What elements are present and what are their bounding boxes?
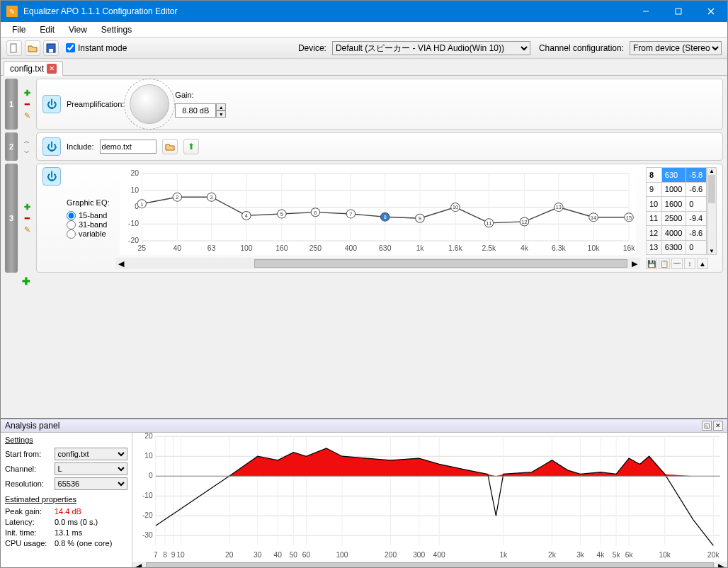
svg-text:100: 100: [336, 551, 348, 559]
power-button[interactable]: ⏻: [42, 167, 61, 186]
include-file-input[interactable]: [100, 140, 157, 154]
expand-up-icon[interactable]: ︿: [22, 136, 32, 146]
arrow-up-button[interactable]: ⬆: [183, 139, 199, 154]
resolution-select[interactable]: 65536: [55, 477, 127, 490]
svg-text:16k: 16k: [622, 244, 635, 252]
maximize-button[interactable]: [662, 1, 695, 22]
power-button[interactable]: ⏻: [42, 95, 61, 113]
svg-text:11: 11: [486, 221, 491, 227]
svg-text:7: 7: [154, 551, 158, 559]
menu-edit[interactable]: Edit: [33, 23, 62, 36]
undock-icon[interactable]: ◱: [702, 421, 712, 431]
device-select[interactable]: Default (スピーカー - VIA HD Audio(Win 10)): [332, 41, 530, 55]
svg-text:5: 5: [280, 212, 283, 217]
band-15-radio[interactable]: 15-band: [67, 211, 110, 220]
table-row[interactable]: 91000-6.6: [647, 182, 707, 197]
eq-copy-icon[interactable]: 📋: [659, 258, 670, 269]
svg-text:6.3k: 6.3k: [552, 244, 567, 252]
band-31-radio[interactable]: 31-band: [67, 220, 110, 229]
tab-config[interactable]: config.txt ✕: [4, 61, 63, 76]
svg-text:9: 9: [171, 551, 176, 559]
add-row-icon[interactable]: ✚: [22, 88, 32, 98]
table-scroll-up[interactable]: ▲: [707, 168, 716, 174]
menu-file[interactable]: File: [5, 23, 33, 36]
svg-text:14: 14: [591, 215, 596, 221]
close-button[interactable]: [695, 1, 727, 22]
include-label: Include:: [67, 142, 94, 151]
svg-text:-20: -20: [142, 511, 153, 519]
svg-text:100: 100: [240, 244, 253, 252]
add-filter-button[interactable]: ✚: [1, 276, 727, 287]
gain-dial[interactable]: [130, 84, 169, 124]
power-button[interactable]: ⏻: [42, 137, 61, 156]
remove-row-icon[interactable]: ━: [22, 213, 32, 223]
channel-select[interactable]: L: [55, 462, 127, 475]
eq-reset-icon[interactable]: 〰: [671, 258, 683, 269]
svg-rect-6: [49, 49, 53, 52]
row-handle-1[interactable]: 1: [5, 79, 18, 130]
minimize-button[interactable]: [630, 1, 662, 22]
table-scroll-down[interactable]: ▼: [707, 248, 716, 254]
svg-text:-10: -10: [142, 492, 153, 499]
analysis-panel: Analysis panel ◱ ✕ Settings Start from:c…: [1, 418, 727, 567]
row-handle-3[interactable]: 3: [5, 164, 18, 273]
svg-text:20: 20: [130, 170, 139, 177]
new-file-button[interactable]: [6, 40, 22, 56]
eq-normalize-icon[interactable]: ▲: [697, 258, 708, 269]
edit-row-icon[interactable]: ✎: [22, 225, 32, 234]
svg-text:10k: 10k: [659, 551, 671, 559]
save-file-button[interactable]: [43, 40, 59, 56]
table-row[interactable]: 124000-8.6: [647, 226, 707, 241]
channel-config-label: Channel configuration:: [539, 43, 624, 53]
instant-mode-checkbox[interactable]: Instant mode: [66, 43, 127, 53]
remove-row-icon[interactable]: ━: [22, 99, 32, 109]
add-row-icon[interactable]: ✚: [22, 202, 32, 212]
open-file-button[interactable]: [25, 40, 40, 56]
gain-up-icon[interactable]: ▲: [216, 103, 226, 110]
device-label: Device:: [298, 43, 326, 53]
svg-text:10k: 10k: [587, 244, 600, 252]
table-row[interactable]: 112500-9.4: [647, 211, 707, 226]
expand-down-icon[interactable]: ﹀: [22, 147, 32, 157]
analysis-plot[interactable]: -30-20-100102078910203040506010020030040…: [132, 433, 727, 562]
table-row[interactable]: 8630-5.8: [647, 168, 707, 183]
svg-text:50: 50: [290, 551, 298, 559]
svg-text:30: 30: [254, 551, 262, 559]
svg-text:-30: -30: [142, 531, 153, 539]
channel-config-select[interactable]: From device (Stereo): [630, 41, 722, 55]
tab-label: config.txt: [10, 64, 44, 74]
svg-text:1k: 1k: [499, 551, 508, 559]
start-from-select[interactable]: config.txt: [55, 448, 127, 460]
svg-text:1k: 1k: [416, 244, 424, 252]
open-include-button[interactable]: [162, 139, 178, 154]
table-row[interactable]: 1363000: [647, 240, 707, 255]
svg-text:12: 12: [521, 220, 527, 225]
analysis-scrollbar[interactable]: ◀▶: [132, 562, 727, 568]
svg-text:10: 10: [452, 205, 457, 211]
eq-invert-icon[interactable]: ↕: [684, 258, 695, 269]
table-row[interactable]: 1016000: [647, 197, 707, 212]
svg-text:20: 20: [144, 433, 153, 440]
analysis-settings: Settings Start from:config.txt Channel:L…: [1, 433, 132, 567]
close-panel-icon[interactable]: ✕: [713, 421, 723, 431]
svg-text:63: 63: [207, 244, 215, 252]
gain-input[interactable]: [175, 103, 216, 118]
variable-radio[interactable]: variable: [67, 229, 110, 239]
svg-text:400: 400: [344, 244, 357, 252]
title-bar: ✎ Equalizer APO 1.1.1 Configuration Edit…: [1, 1, 727, 22]
edit-row-icon[interactable]: ✎: [22, 110, 32, 120]
graphic-eq-plot[interactable]: -20-10010202540631001602504006301k1.6k2.…: [120, 170, 636, 255]
row-handle-2[interactable]: 2: [5, 132, 18, 161]
menu-view[interactable]: View: [62, 23, 94, 36]
eq-save-icon[interactable]: 💾: [646, 258, 657, 269]
svg-text:10: 10: [176, 551, 185, 559]
menu-settings[interactable]: Settings: [94, 23, 139, 36]
close-tab-button[interactable]: ✕: [47, 64, 57, 74]
peak-gain-value: 14.4 dB: [55, 507, 81, 516]
eq-scrollbar[interactable]: ◀▶: [115, 258, 640, 269]
svg-rect-4: [11, 44, 16, 52]
svg-text:0: 0: [149, 472, 153, 479]
svg-text:1.6k: 1.6k: [448, 244, 463, 252]
gain-down-icon[interactable]: ▼: [216, 110, 226, 118]
svg-text:9: 9: [418, 216, 421, 222]
